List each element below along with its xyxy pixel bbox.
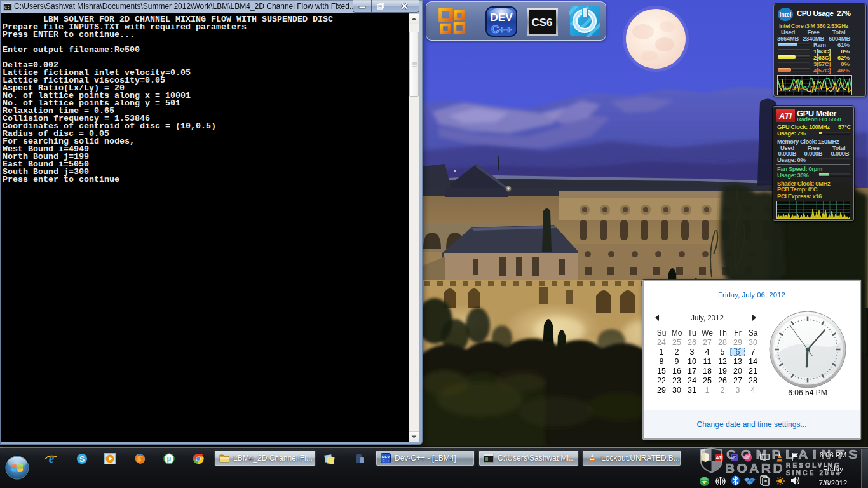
svg-text:S: S xyxy=(79,455,85,464)
svg-text:C++: C++ xyxy=(382,459,390,463)
svg-text:C:: C: xyxy=(4,5,10,10)
svg-text:DEV: DEV xyxy=(491,11,513,24)
svg-text:C++: C++ xyxy=(491,24,512,36)
svg-text:e: e xyxy=(49,452,55,464)
svg-text:CS6: CS6 xyxy=(531,17,552,29)
svg-text:intel: intel xyxy=(780,11,792,18)
svg-text:ATI: ATI xyxy=(778,111,792,121)
svg-text:µ: µ xyxy=(167,455,171,463)
